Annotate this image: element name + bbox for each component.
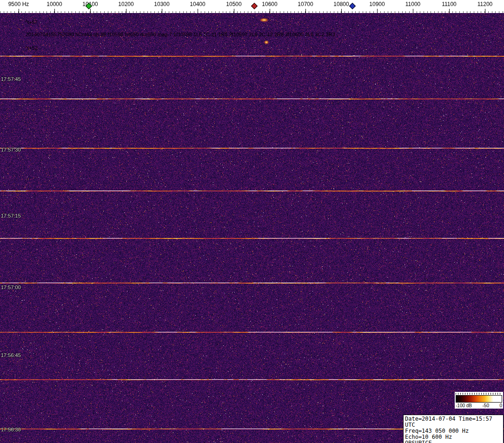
meteor-spectrogram-app: 9500 Hz100001010010200103001040010500106… <box>0 0 504 443</box>
spectrogram-plot: -100 dB -50 0 Date=2014-07-04 Time=15:57… <box>0 13 504 443</box>
colorbar-min-label: -100 dB <box>456 403 472 408</box>
station-info-box: Date=2014-07-04 Time=15:57 UTCFreq=143 0… <box>403 415 504 443</box>
freq-major-tick <box>19 9 19 13</box>
freq-major-tick <box>377 9 378 13</box>
frequency-ruler: 9500 Hz100001010010200103001040010500106… <box>0 0 504 13</box>
red-marker-icon[interactable] <box>251 3 258 9</box>
freq-major-tick <box>198 9 198 13</box>
time-label: 17:57:15 <box>1 213 21 218</box>
freq-tick-label: 10900 <box>369 1 385 7</box>
time-label: 17:57:45 <box>1 76 21 82</box>
event-annotation: ^t+57 <box>25 20 38 25</box>
freq-major-tick <box>485 9 485 13</box>
info-line: Date=2014-07-04 Time=15:57 UTC <box>405 416 502 428</box>
freq-major-tick <box>413 9 413 13</box>
freq-major-tick <box>305 9 306 13</box>
blue-marker-icon[interactable] <box>349 3 356 9</box>
freq-tick-label: 9500 Hz <box>8 1 29 7</box>
colorbar-max-label: 0 <box>499 403 502 408</box>
freq-major-tick <box>162 9 162 13</box>
freq-tick-label: 10000 <box>46 1 62 7</box>
freq-tick-label: 10500 <box>226 1 241 7</box>
time-label: 17:57:00 <box>1 284 21 290</box>
event-annotation: ^t+52 <box>25 45 38 51</box>
time-label: 17:57:30 <box>1 147 21 152</box>
freq-major-tick <box>54 9 55 13</box>
time-label: 17:56:30 <box>1 427 21 432</box>
time-label: 17:56:45 <box>1 352 21 358</box>
freq-major-tick <box>90 9 91 13</box>
ruler-minor-ticks <box>0 11 504 13</box>
freq-tick-label: 10600 <box>262 1 277 7</box>
freq-major-tick <box>341 9 342 13</box>
info-line: OBSUPICE <box>405 440 502 443</box>
freq-tick-label: 10400 <box>190 1 205 7</box>
freq-tick-label: 10300 <box>154 1 169 7</box>
freq-major-tick <box>126 9 126 13</box>
colorbar-ticks <box>456 393 502 395</box>
colorbar-gradient <box>456 395 502 403</box>
freq-major-tick <box>270 9 270 13</box>
colorbar-labels: -100 dB -50 0 <box>456 403 502 408</box>
freq-tick-label: 10800 <box>333 1 349 7</box>
freq-tick-label: 11200 <box>477 1 492 7</box>
freq-tick-label: 11000 <box>405 1 420 7</box>
freq-tick-label: 11100 <box>442 1 457 7</box>
colorbar-mid-label: -50 <box>483 403 489 408</box>
colorbar-legend: -100 dB -50 0 <box>455 392 503 409</box>
freq-major-tick <box>449 9 450 13</box>
spectrogram-canvas <box>0 13 504 443</box>
freq-major-tick <box>234 9 234 13</box>
freq-tick-label: 10700 <box>298 1 313 7</box>
event-annotation: 20140704155752080 hCnt43 nb-86 f10598 hi… <box>26 32 335 37</box>
freq-tick-label: 10200 <box>118 1 133 7</box>
